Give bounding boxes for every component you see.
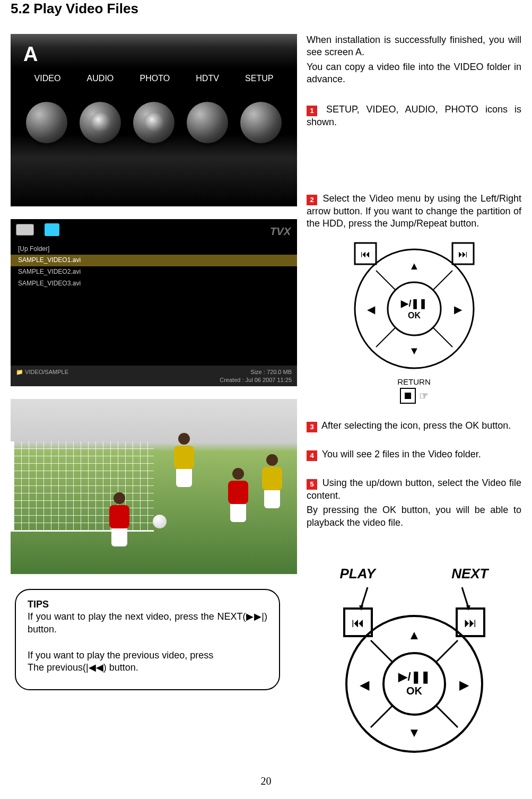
callout-3-icon: 3: [307, 422, 317, 432]
svg-line-24: [371, 706, 392, 727]
svg-text:▶: ▶: [453, 303, 462, 315]
svg-text:▼: ▼: [409, 345, 420, 357]
svg-text:⏭: ⏭: [458, 249, 468, 259]
file-row: SAMPLE_VIDEO3.avi: [11, 278, 297, 290]
svg-text:⏮: ⏮: [361, 249, 370, 259]
svg-text:◀: ◀: [360, 678, 370, 692]
photo-icon: [133, 102, 175, 143]
svg-text:◀: ◀: [367, 303, 375, 315]
menu-setup: SETUP: [245, 73, 273, 84]
step-2-text: Select the Video menu by using the Left/…: [307, 193, 521, 229]
setup-icon: [240, 102, 282, 143]
svg-line-16: [361, 587, 368, 607]
svg-text:▼: ▼: [408, 725, 421, 740]
tips-title: TIPS: [28, 598, 267, 611]
screenshot-home-screen: A VIDEO AUDIO PHOTO HDTV SETUP: [11, 34, 297, 206]
svg-line-2: [376, 271, 395, 290]
svg-text:▲: ▲: [408, 628, 421, 642]
play-label: PLAY: [340, 565, 376, 583]
svg-line-25: [437, 706, 458, 727]
tips-line-3: The previous(|◀◀) button.: [28, 662, 267, 674]
path-label: VIDEO/SAMPLE: [25, 369, 68, 375]
callout-5-icon: 5: [307, 479, 317, 490]
svg-line-4: [376, 328, 395, 347]
stop-button-icon: [400, 388, 416, 404]
callout-1-icon: 1: [307, 106, 317, 116]
video-icon: [26, 102, 67, 143]
audio-icon: [80, 102, 121, 143]
svg-text:▶/❚❚: ▶/❚❚: [398, 670, 430, 684]
network-icon: [45, 223, 59, 236]
step-5b-text: By pressing the OK button, you will be a…: [307, 504, 521, 529]
svg-text:▲: ▲: [409, 260, 420, 272]
callout-2-icon: 2: [307, 195, 317, 205]
svg-text:▶/❚❚: ▶/❚❚: [400, 298, 427, 309]
menu-photo: PHOTO: [139, 73, 170, 84]
tips-line-1: If you want to play the next video, pres…: [28, 611, 267, 636]
menu-row: VIDEO AUDIO PHOTO HDTV SETUP: [21, 73, 286, 84]
return-hand-icon: ☞: [419, 389, 429, 403]
step-3-text: After selecting the icon, press the OK b…: [319, 420, 511, 431]
svg-text:OK: OK: [406, 685, 423, 697]
next-label: NEXT: [451, 565, 488, 583]
folder-icon: 📁: [16, 369, 23, 375]
tips-line-2: If you want to play the previous video, …: [28, 649, 267, 662]
svg-text:⏭: ⏭: [464, 615, 477, 630]
svg-line-3: [433, 271, 452, 290]
svg-text:⏮: ⏮: [352, 615, 364, 630]
remote-diagram-small: ⏮ ⏭ ▲ ▼ ◀ ▶ ▶/❚❚ OK RETURN ☞: [307, 240, 521, 404]
svg-text:▶: ▶: [459, 678, 469, 692]
menu-video: VIDEO: [34, 73, 61, 84]
svg-point-21: [383, 653, 445, 715]
file-row: SAMPLE_VIDEO2.avi: [11, 266, 297, 278]
hdtv-icon: [187, 102, 228, 143]
intro-paragraph-2: You can copy a video file into the VIDEO…: [307, 61, 521, 86]
drive-icon: [16, 224, 34, 236]
screen-a-label: A: [23, 41, 38, 67]
step-5a-text: Using the up/down button, select the Vid…: [307, 477, 521, 501]
svg-line-18: [462, 587, 468, 607]
callout-4-icon: 4: [307, 450, 317, 461]
section-heading: 5.2 Play Video Files: [11, 0, 521, 18]
screenshot-video-playback: [11, 399, 297, 574]
file-row-selected: SAMPLE_VIDEO1.avi: [11, 255, 297, 266]
step-1-text: SETUP, VIDEO, AUDIO, PHOTO icons is show…: [307, 104, 521, 127]
soccer-ball-icon: [153, 515, 167, 528]
return-label: RETURN: [307, 377, 521, 387]
menu-audio: AUDIO: [87, 73, 114, 84]
brand-logo: TVX: [270, 224, 291, 238]
created-line: Created : Jul 06 2007 11:25: [220, 376, 292, 384]
intro-paragraph-1: When installation is successfully finish…: [307, 34, 521, 59]
play-next-labels: PLAY NEXT: [340, 565, 489, 583]
size-line: Size : 720.0 MB: [220, 368, 292, 376]
svg-line-22: [371, 640, 392, 662]
svg-line-5: [433, 328, 452, 347]
svg-point-1: [388, 282, 441, 335]
screenshot-file-browser: TVX [Up Folder] SAMPLE_VIDEO1.avi SAMPLE…: [11, 219, 297, 386]
up-folder-row: [Up Folder]: [11, 244, 297, 255]
tips-box: TIPS If you want to play the next video,…: [15, 589, 280, 690]
page-number: 20: [11, 774, 521, 788]
svg-line-23: [437, 640, 458, 662]
remote-diagram-large: ⏮ ⏭ ▲ ▼ ◀ ▶ ▶/❚❚ OK: [335, 583, 494, 758]
menu-hdtv: HDTV: [196, 73, 219, 84]
svg-text:OK: OK: [408, 311, 421, 320]
step-4-text: You will see 2 files in the Video folder…: [319, 449, 481, 459]
